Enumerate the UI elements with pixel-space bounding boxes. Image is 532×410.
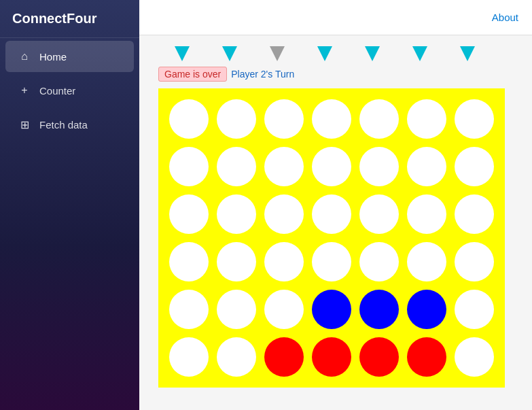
disc-blue [407, 290, 446, 329]
board-cell[interactable] [450, 143, 498, 190]
col-arrow-6[interactable] [444, 46, 491, 61]
board-grid [165, 95, 498, 381]
disc-empty [169, 147, 209, 186]
board-cell[interactable] [403, 190, 450, 238]
disc-empty [359, 147, 399, 186]
board-cell[interactable] [213, 238, 260, 286]
disc-empty [407, 99, 446, 139]
plus-icon: + [18, 84, 31, 97]
disc-empty [217, 194, 256, 234]
column-arrows-row [158, 46, 518, 61]
disc-empty [312, 194, 351, 234]
board-cell[interactable] [355, 143, 403, 190]
board-cell[interactable] [213, 143, 260, 190]
col-arrow-2[interactable] [253, 46, 301, 61]
disc-empty [407, 242, 446, 281]
board-cell[interactable] [308, 143, 355, 190]
sidebar-item-home[interactable]: ⌂ Home [5, 41, 134, 72]
board-cell[interactable] [308, 190, 355, 238]
board-cell[interactable] [165, 238, 213, 286]
board-cell[interactable] [260, 238, 308, 286]
disc-empty [217, 147, 256, 186]
board-cell[interactable] [403, 95, 450, 143]
board-cell[interactable] [308, 333, 355, 381]
arrow-shape-icon [175, 46, 190, 61]
board-cell[interactable] [260, 143, 308, 190]
board-cell[interactable] [260, 333, 308, 381]
board-cell[interactable] [165, 143, 213, 190]
sidebar: ConnectFour ⌂ Home + Counter ⊞ Fetch dat… [0, 0, 139, 410]
disc-empty [455, 290, 494, 329]
disc-empty [264, 194, 304, 234]
board-cell[interactable] [213, 286, 260, 333]
board-cell[interactable] [213, 190, 260, 238]
sidebar-item-fetch-data[interactable]: ⊞ Fetch data [5, 109, 134, 141]
board-cell[interactable] [260, 190, 308, 238]
disc-empty [169, 290, 209, 329]
board-cell[interactable] [450, 333, 498, 381]
board-cell[interactable] [355, 95, 403, 143]
board-cell[interactable] [213, 95, 260, 143]
board-cell[interactable] [165, 95, 213, 143]
board-cell[interactable] [308, 238, 355, 286]
board-cell[interactable] [450, 95, 498, 143]
disc-empty [312, 242, 351, 281]
board-cell[interactable] [450, 286, 498, 333]
disc-empty [407, 147, 446, 186]
board-cell[interactable] [403, 238, 450, 286]
board-cell[interactable] [355, 286, 403, 333]
board-cell[interactable] [450, 238, 498, 286]
disc-empty [169, 242, 209, 281]
arrow-shape-icon [412, 46, 427, 61]
disc-red [312, 337, 351, 377]
board-cell[interactable] [308, 95, 355, 143]
board-cell[interactable] [308, 286, 355, 333]
board-cell[interactable] [450, 190, 498, 238]
col-arrow-5[interactable] [396, 46, 444, 61]
col-arrow-1[interactable] [206, 46, 253, 61]
topbar: About [139, 0, 532, 35]
disc-empty [264, 147, 304, 186]
disc-empty [407, 194, 446, 234]
disc-red [359, 337, 399, 377]
disc-blue [359, 290, 399, 329]
about-link[interactable]: About [492, 12, 518, 23]
disc-red [407, 337, 446, 377]
sidebar-item-label: Home [39, 51, 67, 63]
board-cell[interactable] [403, 286, 450, 333]
sidebar-item-label: Counter [39, 85, 75, 97]
sidebar-nav: ⌂ Home + Counter ⊞ Fetch data [0, 38, 139, 143]
board-cell[interactable] [403, 143, 450, 190]
board-cell[interactable] [355, 238, 403, 286]
disc-empty [217, 242, 256, 281]
board-cell[interactable] [355, 333, 403, 381]
disc-empty [455, 242, 494, 281]
col-arrow-4[interactable] [349, 46, 396, 61]
col-arrow-3[interactable] [301, 46, 349, 61]
board-cell[interactable] [260, 286, 308, 333]
disc-empty [359, 242, 399, 281]
disc-empty [264, 290, 304, 329]
status-bar: Game is over Player 2's Turn [158, 67, 518, 82]
disc-empty [455, 337, 494, 377]
board-cell[interactable] [260, 95, 308, 143]
board-cell[interactable] [403, 333, 450, 381]
board-cell[interactable] [165, 333, 213, 381]
col-arrow-0[interactable] [158, 46, 206, 61]
board-cell[interactable] [165, 190, 213, 238]
board-cell[interactable] [213, 333, 260, 381]
board-cell[interactable] [355, 190, 403, 238]
main-content: About Game is over Player 2's Turn [139, 0, 532, 410]
disc-empty [169, 194, 209, 234]
disc-empty [264, 99, 304, 139]
arrow-shape-icon [317, 46, 332, 61]
sidebar-item-counter[interactable]: + Counter [5, 75, 134, 106]
disc-empty [217, 99, 256, 139]
grid-icon: ⊞ [18, 118, 31, 131]
content-area: Game is over Player 2's Turn [139, 35, 532, 410]
board-cell[interactable] [165, 286, 213, 333]
disc-empty [217, 290, 256, 329]
disc-red [264, 337, 304, 377]
disc-empty [359, 194, 399, 234]
disc-empty [312, 147, 351, 186]
